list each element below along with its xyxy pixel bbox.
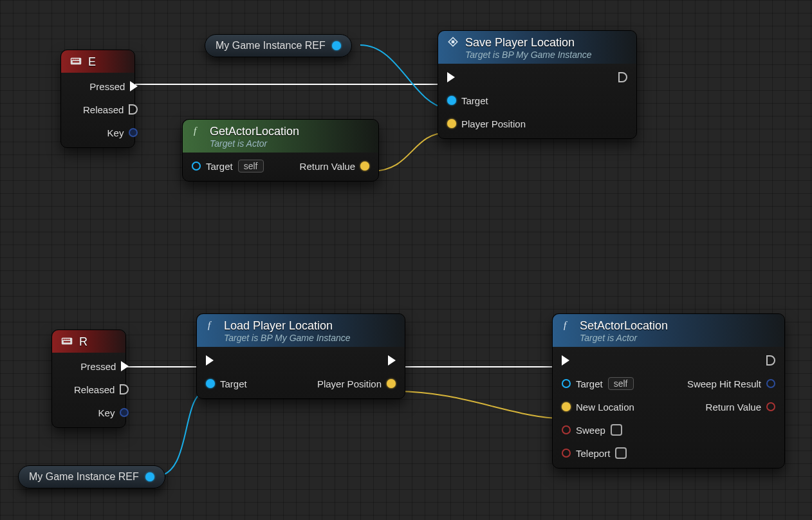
svg-rect-5 (73, 61, 80, 62)
object-output-pin[interactable] (332, 41, 341, 50)
pin-label: Player Position (461, 118, 526, 129)
exec-in[interactable] (562, 355, 569, 366)
node-header: E (61, 50, 134, 73)
svg-rect-1 (71, 59, 73, 60)
exec-out-pressed[interactable] (121, 361, 129, 371)
svg-text:f: f (194, 125, 198, 136)
exec-in[interactable] (447, 72, 455, 82)
svg-rect-2 (73, 59, 75, 60)
self-default[interactable]: self (238, 160, 264, 172)
target-input-pin[interactable] (192, 162, 201, 171)
exec-out[interactable] (618, 72, 627, 82)
node-subtitle: Target is BP My Game Instance (465, 50, 592, 60)
exec-out-released[interactable] (129, 104, 138, 115)
bool-input-pin[interactable] (562, 449, 571, 458)
node-title: R (79, 335, 88, 349)
svg-rect-10 (68, 339, 69, 340)
node-title: Load Player Location (224, 319, 351, 333)
pin-label: Sweep Hit Result (687, 378, 761, 389)
custom-event-icon (447, 36, 459, 48)
key-output-pin[interactable] (129, 128, 138, 137)
keyboard-icon (61, 335, 73, 347)
svg-text:f: f (208, 320, 212, 330)
node-title: SetActorLocation (580, 319, 668, 333)
struct-output-pin[interactable] (766, 379, 775, 388)
svg-rect-7 (62, 339, 64, 340)
pin-label: Key (98, 407, 115, 418)
vector-output-pin[interactable] (387, 379, 396, 388)
node-header: f Load Player Location Target is BP My G… (197, 314, 405, 347)
svg-rect-3 (75, 59, 77, 60)
node-header: f GetActorLocation Target is Actor (183, 120, 378, 153)
key-output-pin[interactable] (120, 408, 129, 417)
pin-label: Pressed (80, 361, 116, 372)
vector-input-pin[interactable] (447, 119, 456, 128)
exec-out[interactable] (388, 355, 396, 366)
node-title: E (88, 55, 96, 69)
pin-label: Released (74, 384, 115, 395)
pin-label: New Location (576, 402, 634, 413)
svg-text:f: f (564, 320, 567, 330)
object-output-pin[interactable] (145, 472, 154, 481)
node-header: Save Player Location Target is BP My Gam… (438, 31, 636, 64)
teleport-checkbox[interactable] (615, 447, 627, 459)
pin-label: Pressed (89, 81, 125, 92)
pill-label: My Game Instance REF (216, 40, 326, 51)
sweep-checkbox[interactable] (611, 424, 622, 436)
svg-rect-4 (77, 59, 78, 60)
node-input-key-r[interactable]: R Pressed Released Key (51, 330, 126, 428)
node-get-actor-location[interactable]: f GetActorLocation Target is Actor Targe… (182, 119, 379, 181)
svg-rect-13 (452, 41, 455, 44)
vector-input-pin[interactable] (562, 402, 571, 411)
pill-label: My Game Instance REF (29, 471, 139, 483)
node-header: f SetActorLocation Target is Actor (553, 314, 784, 347)
target-input-pin[interactable] (447, 96, 456, 105)
function-icon: f (192, 125, 203, 136)
pin-label: Released (83, 104, 124, 115)
pin-label: Return Value (706, 402, 761, 413)
variable-pill-my-game-instance-ref-2[interactable]: My Game Instance REF (18, 465, 165, 488)
svg-rect-11 (64, 341, 71, 342)
node-title: GetActorLocation (210, 125, 299, 138)
function-icon: f (206, 319, 217, 331)
node-title: Save Player Location (465, 36, 592, 50)
pin-label: Target (206, 161, 233, 172)
svg-rect-8 (64, 339, 66, 340)
node-subtitle: Target is Actor (580, 333, 668, 343)
pin-label: Player Position (317, 378, 382, 389)
pin-label: Key (107, 127, 124, 138)
target-input-pin[interactable] (206, 379, 215, 388)
svg-rect-9 (66, 339, 68, 340)
function-icon: f (562, 319, 573, 331)
pin-label: Teleport (576, 448, 610, 459)
bool-input-pin[interactable] (562, 425, 571, 434)
node-subtitle: Target is Actor (210, 138, 299, 149)
vector-output-pin[interactable] (360, 162, 369, 171)
pin-label: Target (220, 378, 247, 389)
target-input-pin[interactable] (562, 379, 571, 388)
pin-label: Target (461, 95, 488, 106)
bool-output-pin[interactable] (766, 402, 775, 411)
keyboard-icon (70, 55, 82, 67)
exec-out[interactable] (766, 355, 775, 366)
exec-out-pressed[interactable] (130, 81, 138, 91)
node-header: R (52, 330, 125, 353)
pin-label: Return Value (300, 161, 355, 172)
variable-pill-my-game-instance-ref-1[interactable]: My Game Instance REF (205, 34, 352, 57)
pin-label: Sweep (576, 425, 605, 436)
exec-in[interactable] (206, 355, 214, 366)
node-subtitle: Target is BP My Game Instance (224, 333, 351, 343)
node-input-key-e[interactable]: E Pressed Released Key (60, 50, 135, 148)
node-save-player-location[interactable]: Save Player Location Target is BP My Gam… (438, 30, 637, 139)
exec-out-released[interactable] (120, 384, 129, 395)
node-load-player-location[interactable]: f Load Player Location Target is BP My G… (196, 313, 405, 399)
node-set-actor-location[interactable]: f SetActorLocation Target is Actor Targe… (552, 313, 785, 469)
pin-label: Target (576, 378, 603, 389)
self-default[interactable]: self (608, 377, 634, 390)
